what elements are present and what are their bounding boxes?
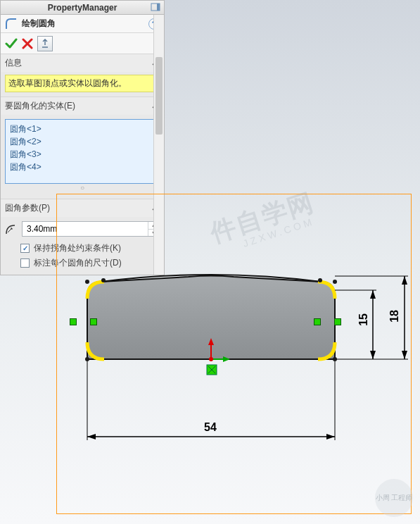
label-each-checkbox[interactable] xyxy=(20,258,30,268)
sketch-endpoint[interactable] xyxy=(101,278,106,282)
keep-visible-button[interactable] xyxy=(37,36,53,51)
radius-icon xyxy=(5,223,18,235)
list-item[interactable]: 圆角<4> xyxy=(10,161,155,173)
feature-title: 绘制圆角 xyxy=(22,18,148,30)
section-entities-title: 要圆角化的实体(E) xyxy=(5,100,151,112)
sketch-endpoint[interactable] xyxy=(333,280,337,284)
relation-handle[interactable] xyxy=(314,318,321,325)
section-info: 信息 选取草图顶点或实体以圆角化。 xyxy=(1,54,164,97)
cancel-button[interactable] xyxy=(22,38,33,49)
dim-width-label[interactable]: 54 xyxy=(204,421,217,434)
corner-watermark: 小周 工程师 xyxy=(375,479,413,517)
section-entities-header[interactable]: 要圆角化的实体(E) xyxy=(1,97,164,115)
dim-h18-label[interactable]: 18 xyxy=(388,310,401,323)
ok-button[interactable] xyxy=(5,37,18,50)
list-item[interactable]: 圆角<3> xyxy=(10,148,155,161)
relation-handle[interactable] xyxy=(90,318,97,325)
section-info-title: 信息 xyxy=(5,57,151,69)
panel-title: PropertyManager xyxy=(48,3,117,13)
info-message: 选取草图顶点或实体以圆角化。 xyxy=(5,75,160,92)
sketch-endpoint[interactable] xyxy=(85,357,89,361)
section-info-header[interactable]: 信息 xyxy=(1,54,164,72)
scrollbar-thumb[interactable] xyxy=(155,57,163,135)
panel-titlebar: PropertyManager xyxy=(1,1,164,15)
svg-point-6 xyxy=(209,357,213,361)
fillet-icon xyxy=(5,18,18,30)
action-row xyxy=(1,33,164,54)
svg-rect-1 xyxy=(157,4,160,11)
panel-pin-icon[interactable] xyxy=(150,2,161,12)
keep-constraints-checkbox[interactable] xyxy=(20,244,30,253)
resize-grip[interactable]: ○ xyxy=(5,184,160,194)
relation-handle[interactable] xyxy=(334,318,341,325)
dim-h15-label[interactable]: 15 xyxy=(357,313,370,326)
sketch-endpoint[interactable] xyxy=(85,280,89,284)
section-entities: 要圆角化的实体(E) 圆角<1> 圆角<2> 圆角<3> 圆角<4> ○ xyxy=(1,97,164,199)
list-item[interactable]: 圆角<2> xyxy=(10,135,155,148)
entities-list[interactable]: 圆角<1> 圆角<2> 圆角<3> 圆角<4> xyxy=(5,119,160,184)
feature-header: 绘制圆角 ? xyxy=(1,15,164,33)
sketch-endpoint[interactable] xyxy=(318,278,322,282)
relation-handle[interactable] xyxy=(70,318,77,325)
sketch-endpoint[interactable] xyxy=(333,357,337,361)
list-item[interactable]: 圆角<1> xyxy=(10,123,155,135)
